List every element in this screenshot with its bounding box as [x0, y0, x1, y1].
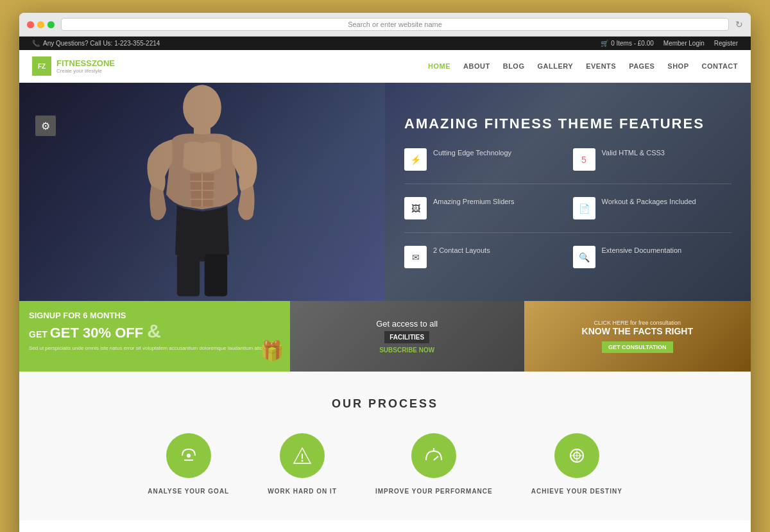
- logo-brand-part2: ZONE: [92, 58, 115, 68]
- dot-yellow[interactable]: [37, 21, 44, 28]
- promo-access-text: Get access to all: [376, 319, 438, 330]
- workout-section: WORKOUT OF THE DAY: [19, 520, 751, 532]
- process-icon-4: [554, 433, 599, 478]
- feature-item-2: 5 Valid HTML & CSS3: [573, 148, 732, 171]
- feature-divider-1: [404, 184, 732, 184]
- feature-item-1: ⚡ Cutting Edge Technology: [404, 148, 563, 171]
- promo-gift-icon: 🎁: [260, 339, 284, 362]
- feature-text-3: Amazing Premium Sliders: [433, 197, 515, 207]
- process-label-1: ANALYSE YOUR GOAL: [148, 488, 229, 495]
- process-icon-1: [166, 433, 211, 478]
- promo-consultation: CLICK HERE for free consultation KNOW TH…: [524, 301, 751, 372]
- nav-links: HOME ABOUT BLOG GALLERY EVENTS PAGES SHO…: [428, 62, 738, 70]
- feature-icon-3: 🖼: [404, 197, 427, 219]
- process-icon-3: [411, 433, 456, 478]
- nav-gallery[interactable]: GALLERY: [537, 62, 573, 70]
- logo-brand: FITNESSZONE: [56, 58, 115, 68]
- promo-green: SIGNUP FOR 6 MONTHS GET GET 30% OFF & Se…: [19, 301, 290, 372]
- process-label-4: ACHIEVE YOUR DESTINY: [531, 488, 622, 495]
- site-logo: FZ FITNESSZONE Create your lifestyle: [32, 56, 115, 76]
- nav-about[interactable]: ABOUT: [463, 62, 490, 70]
- promo-ampersand: &: [147, 320, 161, 341]
- nav-events[interactable]: EVENTS: [586, 62, 616, 70]
- promo-green-title: SIGNUP FOR 6 MONTHS: [29, 311, 280, 320]
- promo-facilities-text: Get access to all FACILITIES: [376, 319, 438, 344]
- promo-consultation-sub: CLICK HERE for free consultation: [582, 320, 693, 326]
- refresh-icon[interactable]: ↻: [735, 19, 743, 30]
- dot-green[interactable]: [47, 21, 55, 28]
- nav-pages[interactable]: PAGES: [629, 62, 654, 70]
- browser-url-bar[interactable]: Search or enter website name: [61, 18, 729, 31]
- promo-consultation-button[interactable]: GET CONSULTATION: [602, 341, 673, 353]
- process-step-3: IMPROVE YOUR PERFORMANCE: [375, 433, 493, 495]
- process-label-2: WORK HARD ON IT: [268, 488, 337, 495]
- promo-consultation-title: KNOW THE FACTS RIGHT: [582, 326, 693, 336]
- feature-text-1: Cutting Edge Technology: [433, 148, 511, 158]
- dot-red[interactable]: [27, 21, 34, 28]
- logo-brand-part1: FITNESS: [56, 58, 92, 68]
- register-link[interactable]: Register: [714, 40, 738, 47]
- promo-facilities-content: Get access to all FACILITIES SUBSCRIBE N…: [376, 319, 438, 354]
- logo-icon: FZ: [32, 56, 51, 76]
- browser-window: Search or enter website name ↻ 📞 Any Que…: [19, 13, 751, 532]
- hero-section: AMAZING FITNESS THEME FEATURES ⚡ Cutting…: [19, 83, 751, 301]
- promo-consultation-content: CLICK HERE for free consultation KNOW TH…: [582, 320, 693, 353]
- feature-icon-6: 🔍: [573, 246, 595, 268]
- hero-features-right: AMAZING FITNESS THEME FEATURES ⚡ Cutting…: [385, 83, 751, 301]
- promo-offer-text: GET 30% OFF: [50, 325, 143, 341]
- process-step-1: ANALYSE YOUR GOAL: [148, 433, 229, 495]
- hero-title: AMAZING FITNESS THEME FEATURES: [404, 116, 732, 132]
- process-steps: ANALYSE YOUR GOAL WORK HARD ON IT: [32, 433, 738, 495]
- feature-icon-2: 5: [573, 148, 595, 171]
- svg-point-11: [302, 460, 304, 462]
- promo-get: GET: [29, 329, 50, 339]
- browser-chrome: Search or enter website name ↻: [19, 13, 751, 37]
- browser-dots: [27, 21, 55, 28]
- feature-divider-2: [404, 232, 732, 233]
- promo-section: SIGNUP FOR 6 MONTHS GET GET 30% OFF & Se…: [19, 301, 751, 372]
- feature-text-6: Extensive Documentation: [602, 246, 682, 255]
- cart-info: 🛒 0 Items - £0.00: [601, 40, 654, 47]
- feature-text-2: Valid HTML & CSS3: [602, 148, 665, 158]
- svg-line-13: [434, 456, 438, 460]
- logo-tagline: Create your lifestyle: [56, 68, 115, 74]
- process-icon-2: [280, 433, 325, 478]
- phone-icon: 📞: [32, 40, 40, 47]
- feature-text-4: Workout & Packages Included: [602, 197, 696, 207]
- feature-icon-1: ⚡: [404, 148, 427, 171]
- promo-facilities: Get access to all FACILITIES SUBSCRIBE N…: [290, 301, 524, 372]
- promo-facilities-button[interactable]: FACILITIES: [384, 331, 429, 343]
- nav-blog[interactable]: BLOG: [503, 62, 525, 70]
- navigation-bar: FZ FITNESSZONE Create your lifestyle HOM…: [19, 50, 751, 83]
- website-content: 📞 Any Questions? Call Us: 1-223-355-2214…: [19, 37, 751, 532]
- url-text: Search or enter website name: [348, 21, 442, 28]
- cart-icon: 🛒: [601, 40, 608, 47]
- feature-item-5: ✉ 2 Contact Layouts: [404, 246, 563, 268]
- process-step-2: WORK HARD ON IT: [268, 433, 337, 495]
- top-bar-left: 📞 Any Questions? Call Us: 1-223-355-2214: [32, 40, 160, 47]
- logo-text-container: FITNESSZONE Create your lifestyle: [56, 58, 115, 74]
- process-section: OUR PROCESS ANALYSE YOUR GOAL: [19, 372, 751, 520]
- gear-icon: ⚙: [41, 120, 50, 132]
- promo-green-body: Sed ut perspiciatis unde omnis iste natu…: [29, 345, 280, 352]
- process-step-4: ACHIEVE YOUR DESTINY: [531, 433, 622, 495]
- settings-gear-button[interactable]: ⚙: [35, 116, 56, 136]
- features-grid: ⚡ Cutting Edge Technology 5 Valid HTML &…: [404, 148, 732, 268]
- feature-item-6: 🔍 Extensive Documentation: [573, 246, 732, 268]
- nav-home[interactable]: HOME: [428, 62, 450, 70]
- process-title: OUR PROCESS: [32, 397, 738, 411]
- feature-text-5: 2 Contact Layouts: [433, 246, 490, 255]
- top-bar-right: 🛒 0 Items - £0.00 Member Login Register: [601, 40, 738, 47]
- member-login-link[interactable]: Member Login: [663, 40, 705, 47]
- promo-subscribe-link[interactable]: SUBSCRIBE NOW: [376, 347, 438, 354]
- svg-point-8: [187, 454, 191, 458]
- cart-text: 0 Items - £0.00: [611, 40, 654, 47]
- feature-icon-4: 📄: [573, 197, 595, 219]
- nav-shop[interactable]: SHOP: [667, 62, 689, 70]
- phone-text: Any Questions? Call Us: 1-223-355-2214: [43, 40, 160, 47]
- nav-contact[interactable]: CONTACT: [702, 62, 738, 70]
- hero-image-left: [19, 83, 385, 301]
- feature-icon-5: ✉: [404, 246, 427, 268]
- process-label-3: IMPROVE YOUR PERFORMANCE: [375, 488, 493, 495]
- promo-green-offer: GET GET 30% OFF &: [29, 320, 280, 342]
